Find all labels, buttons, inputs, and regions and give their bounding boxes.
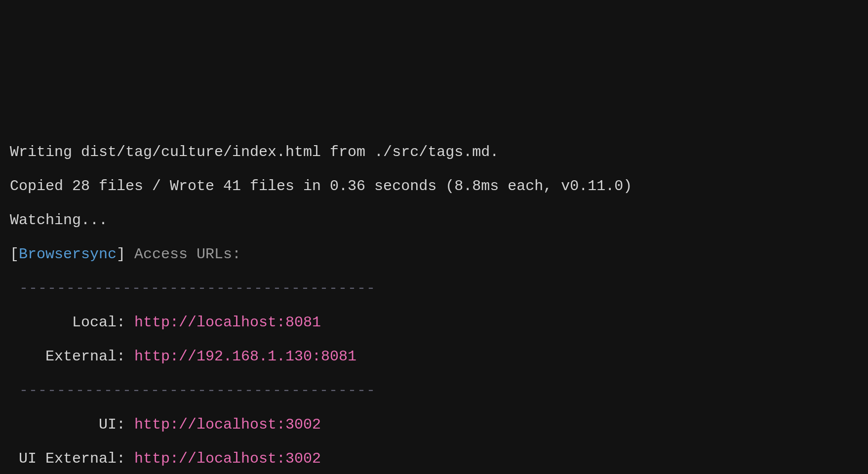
bracket-open: [ xyxy=(10,246,19,263)
ui-external-url[interactable]: http://localhost:3002 xyxy=(134,450,321,467)
separator-dashes-2: -------------------------------------- xyxy=(10,374,858,408)
log-line-watching: Watching... xyxy=(10,203,858,237)
ui-external-label: UI External: xyxy=(10,450,134,467)
access-urls-label: Access URLs: xyxy=(125,246,241,263)
watching-text: Watching... xyxy=(10,212,108,229)
writing-text: Writing dist/tag/culture/index.html from… xyxy=(10,144,499,160)
local-label: Local: xyxy=(10,314,134,331)
log-line-ui-external: UI External: http://localhost:3002 xyxy=(10,442,858,474)
external-url[interactable]: http://192.168.1.130:8081 xyxy=(134,348,356,365)
bracket-close: ] xyxy=(117,246,125,263)
separator-dashes-1: -------------------------------------- xyxy=(10,272,858,306)
log-line-copied: Copied 28 files / Wrote 41 files in 0.36… xyxy=(10,169,858,203)
ui-url[interactable]: http://localhost:3002 xyxy=(134,416,321,433)
browsersync-label: Browsersync xyxy=(19,246,117,263)
ui-label: UI: xyxy=(10,416,134,433)
copied-text: Copied 28 files / Wrote 41 files in 0.36… xyxy=(10,178,632,195)
log-line-ui: UI: http://localhost:3002 xyxy=(10,408,858,442)
log-line-writing: Writing dist/tag/culture/index.html from… xyxy=(10,135,858,169)
log-line-local: Local: http://localhost:8081 xyxy=(10,306,858,340)
local-url[interactable]: http://localhost:8081 xyxy=(134,314,321,331)
log-line-access-urls: [Browsersync] Access URLs: xyxy=(10,237,858,272)
external-label: External: xyxy=(10,348,134,365)
log-line-external: External: http://192.168.1.130:8081 xyxy=(10,340,858,374)
